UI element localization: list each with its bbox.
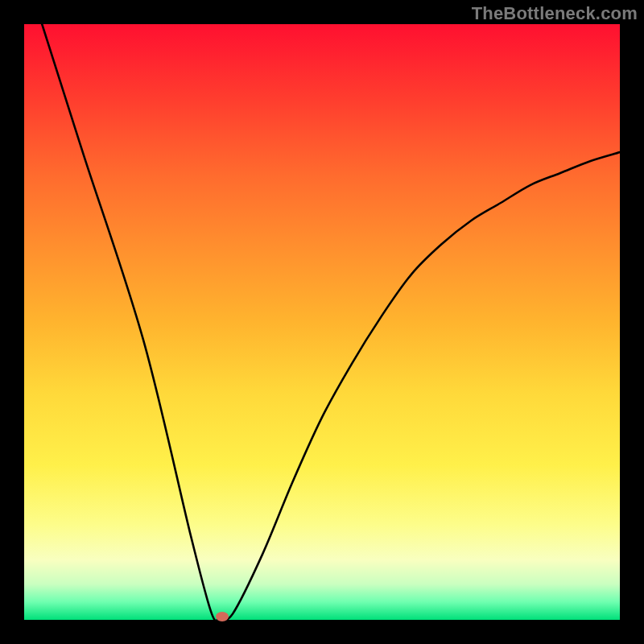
bottleneck-curve: [42, 24, 620, 620]
watermark-text: TheBottleneck.com: [472, 3, 638, 24]
chart-stage: TheBottleneck.com: [0, 0, 644, 644]
curve-svg: [24, 24, 620, 620]
optimum-marker: [216, 612, 229, 621]
plot-area: [24, 24, 620, 620]
